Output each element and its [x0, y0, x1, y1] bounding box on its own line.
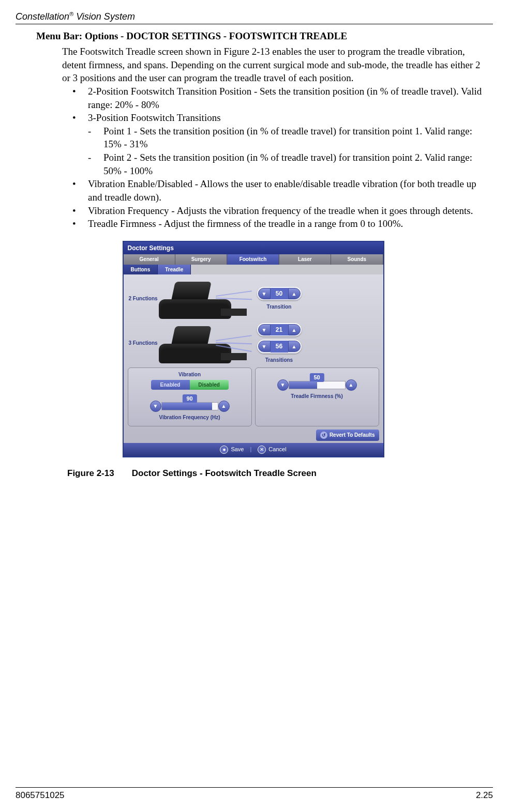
transitions-label: Transitions: [265, 357, 293, 364]
page-header: Constellation® Vision System: [16, 10, 493, 24]
panel-row: Vibration Enabled Disabled ▼ 90 ▲ Vibrat…: [128, 367, 379, 426]
bullet-text: Point 1 - Sets the transition position (…: [103, 126, 472, 150]
dialog-title: Doctor Settings: [124, 242, 383, 254]
tab-surgery[interactable]: Surgery: [175, 254, 227, 265]
increment-icon[interactable]: ▲: [288, 341, 301, 352]
screenshot: Doctor Settings General Surgery Footswit…: [123, 241, 384, 457]
bullet-item: Vibration Enable/Disabled - Allows the u…: [72, 177, 488, 204]
firmness-value: 50: [309, 373, 324, 382]
two-functions-row: 2 Functions ▼ 50 ▲ Transition: [128, 279, 379, 319]
page-footer: 8065751025 2.25: [16, 787, 493, 802]
increment-icon[interactable]: ▲: [288, 324, 301, 335]
brand-name: Constellation: [16, 11, 69, 22]
tab-sounds[interactable]: Sounds: [331, 254, 383, 265]
vibration-freq-label: Vibration Frequency (Hz): [131, 414, 248, 421]
bullet-text: 2-Position Footswitch Transition Positio…: [88, 86, 482, 110]
save-label: Save: [231, 446, 244, 453]
revert-defaults-button[interactable]: ↺ Revert To Defaults: [316, 430, 379, 441]
sub-bullet-item: Point 2 - Sets the transition position (…: [88, 151, 488, 177]
footswitch-graphic-3: [159, 323, 247, 363]
transition-value: 50: [271, 288, 288, 299]
sub-tabs: Buttons Treadle: [124, 265, 383, 275]
three-functions-row: 3 Functions ▼ 21 ▲ ▼ 56 ▲: [128, 323, 379, 363]
dialog-body: 2 Functions ▼ 50 ▲ Transition 3 Function…: [124, 274, 383, 443]
divider: |: [250, 446, 251, 454]
vibration-disabled[interactable]: Disabled: [190, 380, 229, 390]
vibration-title: Vibration: [131, 371, 248, 378]
transition-label: Transition: [267, 303, 292, 311]
transition1-spinner: ▼ 21 ▲: [257, 323, 302, 336]
revert-label: Revert To Defaults: [330, 432, 375, 439]
vibration-enabled[interactable]: Enabled: [151, 380, 190, 390]
bullet-item: 2-Position Footswitch Transition Positio…: [72, 85, 488, 111]
bullet-text: 3-Position Footswitch Transitions: [88, 112, 221, 123]
tab-general[interactable]: General: [124, 254, 175, 265]
figure-title: Doctor Settings - Footswitch Treadle Scr…: [132, 468, 317, 478]
bullet-item: Treadle Firmness - Adjust the firmness o…: [72, 217, 488, 231]
slider-track[interactable]: 90: [161, 402, 218, 410]
tab-laser[interactable]: Laser: [279, 254, 331, 265]
save-icon: ●: [220, 446, 228, 454]
transition1-value: 21: [271, 324, 288, 335]
footswitch-graphic-2: [159, 279, 247, 319]
decrement-icon[interactable]: ▼: [258, 324, 271, 335]
transition-spinner: ▼ 50 ▲: [257, 287, 302, 300]
decrement-icon[interactable]: ▼: [277, 379, 289, 391]
vibration-freq-value: 90: [182, 394, 197, 403]
document-number: 8065751025: [16, 790, 65, 802]
vibration-panel: Vibration Enabled Disabled ▼ 90 ▲ Vibrat…: [128, 367, 252, 426]
bullet-text: Vibration Frequency - Adjusts the vibrat…: [88, 205, 473, 216]
increment-icon[interactable]: ▲: [346, 379, 357, 391]
cancel-icon: ✕: [258, 446, 266, 454]
registered-mark: ®: [69, 11, 73, 17]
bullet-item: 3-Position Footswitch Transitions Point …: [72, 111, 488, 177]
revert-icon: ↺: [320, 432, 327, 439]
decrement-icon[interactable]: ▼: [258, 288, 271, 299]
decrement-icon[interactable]: ▼: [150, 401, 161, 412]
three-functions-label: 3 Functions: [128, 340, 159, 347]
vibration-freq-slider: ▼ 90 ▲: [131, 392, 248, 412]
cancel-button[interactable]: ✕ Cancel: [258, 446, 286, 454]
firmness-slider: ▼ 50 ▲: [259, 371, 376, 391]
main-tabs: General Surgery Footswitch Laser Sounds: [124, 254, 383, 265]
figure-container: Doctor Settings General Surgery Footswit…: [123, 241, 386, 457]
sub-bullet-list: Point 1 - Sets the transition position (…: [88, 125, 488, 178]
transition2-spinner: ▼ 56 ▲: [257, 340, 302, 353]
intro-paragraph: The Footswitch Treadle screen shown in F…: [62, 45, 488, 85]
section-heading: Menu Bar: Options - DOCTOR SETTINGS - FO…: [36, 29, 493, 43]
two-functions-label: 2 Functions: [128, 295, 159, 302]
tab-footswitch[interactable]: Footswitch: [227, 254, 279, 265]
bullet-item: Vibration Frequency - Adjusts the vibrat…: [72, 204, 488, 218]
bullet-text: Treadle Firmness - Adjust the firmness o…: [88, 218, 403, 229]
increment-icon[interactable]: ▲: [288, 288, 301, 299]
firmness-panel: ▼ 50 ▲ Treadle Firmness (%): [255, 367, 379, 426]
increment-icon[interactable]: ▲: [218, 401, 230, 412]
page-number: 2.25: [476, 790, 493, 802]
dialog-footer: ● Save | ✕ Cancel: [124, 443, 383, 456]
decrement-icon[interactable]: ▼: [258, 341, 271, 352]
figure-number: Figure 2-13: [67, 468, 129, 480]
figure-caption: Figure 2-13 Doctor Settings - Footswitch…: [67, 468, 493, 480]
save-button[interactable]: ● Save: [220, 446, 244, 454]
bullet-text: Vibration Enable/Disabled - Allows the u…: [88, 178, 476, 203]
vibration-toggle: Enabled Disabled: [151, 380, 229, 390]
brand-suffix: Vision System: [73, 11, 135, 22]
subtab-treadle[interactable]: Treadle: [158, 265, 191, 275]
transition2-value: 56: [271, 341, 288, 352]
subtab-buttons[interactable]: Buttons: [124, 265, 158, 275]
cancel-label: Cancel: [268, 446, 286, 453]
firmness-label: Treadle Firmness (%): [259, 393, 376, 400]
slider-track[interactable]: 50: [289, 381, 346, 389]
bullet-list: 2-Position Footswitch Transition Positio…: [72, 85, 488, 231]
bullet-text: Point 2 - Sets the transition position (…: [103, 152, 472, 176]
sub-bullet-item: Point 1 - Sets the transition position (…: [88, 125, 488, 151]
